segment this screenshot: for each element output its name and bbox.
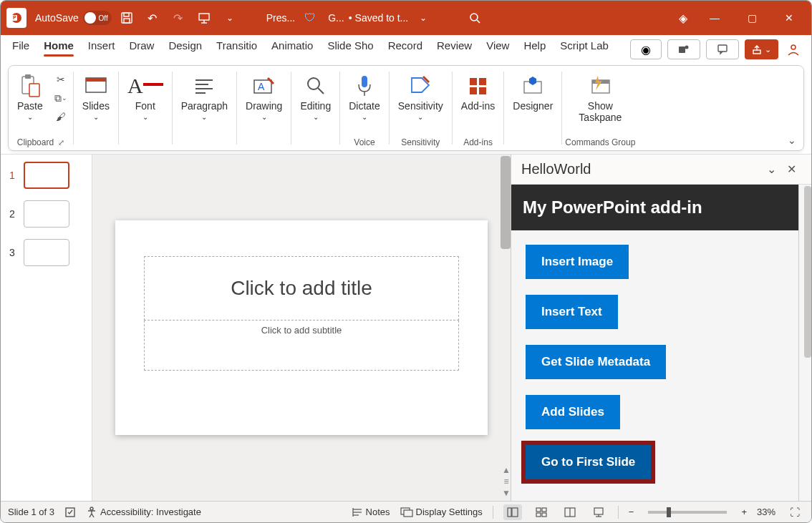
minimize-button[interactable]: — <box>698 1 731 35</box>
sorter-view-icon[interactable] <box>532 504 551 520</box>
tab-view[interactable]: View <box>479 34 516 62</box>
designer-label: Designer <box>513 100 553 112</box>
zoom-out-button[interactable]: − <box>629 507 634 517</box>
svg-point-39 <box>90 507 93 510</box>
reading-view-icon[interactable] <box>561 504 579 520</box>
thumbnail-2[interactable]: 2 <box>1 200 92 228</box>
slide-counter[interactable]: Slide 1 of 3 <box>8 507 54 517</box>
sensitivity-short: G... <box>328 12 344 24</box>
saved-dropdown-icon[interactable]: ⌄ <box>412 7 434 29</box>
search-icon[interactable] <box>464 7 485 29</box>
spellcheck-icon[interactable] <box>64 507 76 518</box>
accessibility-button[interactable]: Accessibility: Investigate <box>86 507 201 518</box>
svg-point-9 <box>470 14 478 21</box>
tab-scriptlab[interactable]: Script Lab <box>553 34 616 62</box>
addin-add-slides-button[interactable]: Add Slides <box>526 395 620 429</box>
record-button[interactable]: ◉ <box>630 39 662 59</box>
tab-file[interactable]: File <box>5 34 37 62</box>
font-button[interactable]: A Font ⌄ <box>122 70 169 124</box>
zoom-percent[interactable]: 33% <box>757 507 775 517</box>
saved-location[interactable]: • Saved to t... <box>349 12 409 24</box>
tab-home[interactable]: Home <box>37 34 81 62</box>
document-name[interactable]: Pres... <box>266 12 295 24</box>
zoom-in-button[interactable]: + <box>741 507 747 517</box>
addin-go-to-first-slide-button[interactable]: Go to First Slide <box>526 445 651 479</box>
autosave-toggle[interactable]: AutoSave Off <box>35 11 112 25</box>
tab-record[interactable]: Record <box>381 34 430 62</box>
editing-label: Editing <box>300 100 331 112</box>
tab-insert[interactable]: Insert <box>81 34 122 62</box>
subtitle-placeholder[interactable]: Click to add subtitle <box>144 321 459 371</box>
group-clipboard: Paste ⌄ ✂ ⧉⌄ 🖌 Clipboard⤢ <box>9 66 73 150</box>
undo-icon[interactable]: ↶ <box>142 7 163 29</box>
taskpane-close-icon[interactable]: ✕ <box>781 160 801 180</box>
close-button[interactable]: ✕ <box>773 1 806 35</box>
addin-insert-image-button[interactable]: Insert Image <box>526 245 629 279</box>
addin-insert-text-button[interactable]: Insert Text <box>526 295 618 329</box>
fit-to-window-icon[interactable]: ⛶ <box>786 504 804 520</box>
tab-slidesho[interactable]: Slide Sho <box>320 34 380 62</box>
slide-canvas[interactable]: Click to add title Click to add subtitle <box>115 220 488 435</box>
zoom-slider[interactable] <box>648 511 727 514</box>
paste-button[interactable]: Paste ⌄ <box>11 70 49 124</box>
ribbon-tabs: FileHomeInsertDrawDesignTransitioAnimati… <box>1 35 811 62</box>
commands-group-label: Commands Group <box>565 136 635 149</box>
thumbnail-3[interactable]: 3 <box>1 239 92 266</box>
addin-header: My PowerPoint add-in <box>511 185 798 230</box>
copy-icon[interactable]: ⧉⌄ <box>52 90 70 106</box>
present-icon[interactable] <box>193 7 215 29</box>
save-icon[interactable] <box>116 7 137 29</box>
group-designer: Designer <box>504 66 561 150</box>
sensitivity-button[interactable]: Sensitivity ⌄ <box>392 70 449 124</box>
notes-button[interactable]: Notes <box>352 507 390 517</box>
slide-nav-arrows[interactable]: ▲≡▼ <box>502 465 511 498</box>
qat-dropdown-icon[interactable]: ⌄ <box>219 7 241 29</box>
slide-editor: Click to add title Click to add subtitle… <box>92 155 511 501</box>
share-button[interactable]: ⌄ <box>745 39 778 59</box>
comments-button[interactable] <box>706 39 739 59</box>
designer-button[interactable]: Designer <box>507 70 559 114</box>
teams-button[interactable] <box>667 39 700 59</box>
display-settings-label: Display Settings <box>416 507 483 517</box>
drawing-button[interactable]: A Drawing ⌄ <box>240 70 288 124</box>
redo-icon[interactable]: ↷ <box>168 7 189 29</box>
taskpane-scrollbar[interactable] <box>804 186 811 358</box>
slides-button[interactable]: Slides ⌄ <box>77 70 115 124</box>
editor-scrollbar[interactable] <box>501 156 511 249</box>
paragraph-button[interactable]: Paragraph ⌄ <box>175 70 233 124</box>
group-voice: Dictate ⌄ Voice <box>340 66 389 150</box>
tab-animatio[interactable]: Animatio <box>264 34 320 62</box>
addins-button[interactable]: Add-ins <box>455 70 501 114</box>
svg-rect-32 <box>479 78 486 85</box>
normal-view-icon[interactable] <box>503 504 522 520</box>
group-font: A Font ⌄ <box>119 66 172 150</box>
dialog-launcher-icon[interactable]: ⤢ <box>58 138 64 147</box>
tab-draw[interactable]: Draw <box>122 34 161 62</box>
taskpane-header: HelloWorld ⌄ ✕ <box>511 155 811 185</box>
toggle-switch[interactable]: Off <box>83 11 112 25</box>
maximize-button[interactable]: ▢ <box>735 1 768 35</box>
slideshow-view-icon[interactable] <box>589 504 608 520</box>
svg-rect-46 <box>512 508 518 517</box>
diamond-icon[interactable]: ◈ <box>672 7 694 29</box>
addin-get-slide-metadata-button[interactable]: Get Slide Metadata <box>526 345 666 379</box>
collapse-ribbon-icon[interactable]: ⌄ <box>788 135 796 146</box>
taskpane-menu-icon[interactable]: ⌄ <box>761 160 781 180</box>
tab-design[interactable]: Design <box>161 34 209 62</box>
display-settings-button[interactable]: Display Settings <box>400 507 483 517</box>
group-slides: Slides ⌄ <box>74 66 118 150</box>
paragraph-label: Paragraph <box>181 100 228 112</box>
tab-transitio[interactable]: Transitio <box>209 34 264 62</box>
title-placeholder[interactable]: Click to add title <box>144 256 459 321</box>
tab-help[interactable]: Help <box>516 34 553 62</box>
tab-review[interactable]: Review <box>430 34 479 62</box>
account-icon[interactable] <box>784 42 803 57</box>
svg-rect-5 <box>124 19 130 23</box>
show-taskpane-button[interactable]: Show Taskpane <box>573 70 627 126</box>
cut-icon[interactable]: ✂ <box>52 72 70 87</box>
svg-rect-17 <box>25 74 31 79</box>
format-painter-icon[interactable]: 🖌 <box>52 109 70 124</box>
editing-button[interactable]: Editing ⌄ <box>294 70 337 124</box>
dictate-button[interactable]: Dictate ⌄ <box>343 70 386 124</box>
thumbnail-1[interactable]: 1 <box>1 162 92 189</box>
